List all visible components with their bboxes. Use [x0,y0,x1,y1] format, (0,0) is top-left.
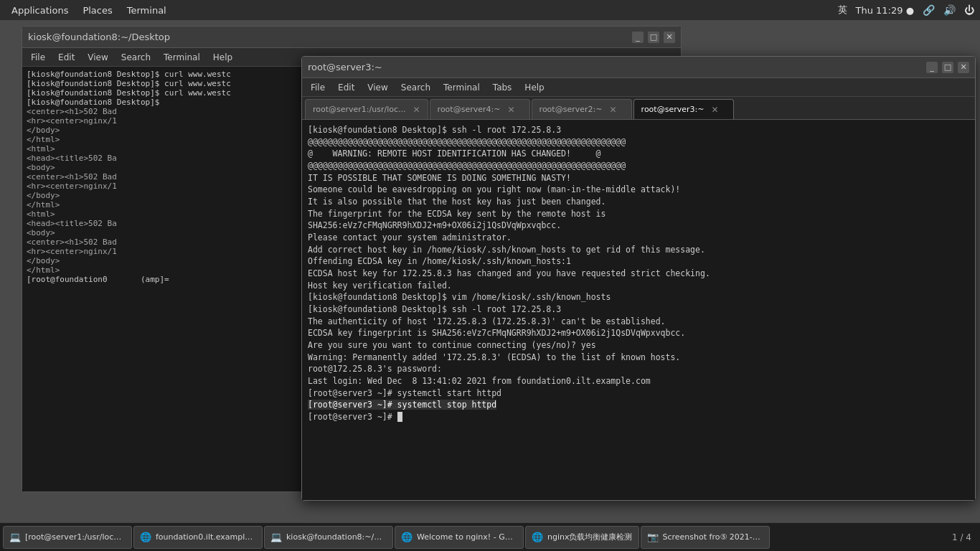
clock: Thu 11:29 ● [856,5,915,16]
taskbar-welcome[interactable]: 🌐 Welcome to nginx! - Googl... [395,526,524,549]
kiosk-titlebar[interactable]: kiosk@foundation8:~/Desktop _ □ ✕ [22,27,681,48]
taskbar-nginx-health-label: nginx负载均衡健康检测 [547,532,633,542]
server3-tabs-bar: root@server1:/usr/loc... ✕ root@server4:… [302,97,975,120]
top-bar: Applications Places Terminal 英 Thu 11:29… [0,0,980,20]
taskbar-welcome-label: Welcome to nginx! - Googl... [417,532,517,542]
server3-close-btn[interactable]: ✕ [958,62,969,73]
top-bar-right: 英 Thu 11:29 ● 🔗 🔊 ⏻ [838,4,975,17]
taskbar-welcome-icon: 🌐 [401,532,413,543]
network-icon[interactable]: 🔗 [923,4,935,16]
taskbar-server1-label: [root@server1:/usr/local/nginx/sbin] [25,532,126,542]
kiosk-menu-view[interactable]: View [82,51,113,64]
places-menu[interactable]: Places [77,4,118,17]
tab-server4-label: root@server4:~ [438,105,501,114]
tab-server2[interactable]: root@server2:~ ✕ [532,99,632,119]
taskbar-server1[interactable]: 💻 [root@server1:/usr/local/nginx/sbin] [3,526,132,549]
taskbar-nginx-health-icon: 🌐 [532,532,543,543]
tab-server2-label: root@server2:~ [540,105,603,114]
tab-server4[interactable]: root@server4:~ ✕ [430,99,530,119]
taskbar-kiosk[interactable]: 💻 kiosk@foundation8:~/Deskt... [264,526,393,549]
tab-server3-close[interactable]: ✕ [711,105,718,115]
server3-minimize-btn[interactable]: _ [926,62,938,73]
taskbar-foundation0[interactable]: 🌐 foundation0.ilt.example.co... [133,526,263,549]
tab-server1-label: root@server1:/usr/loc... [313,105,406,114]
kiosk-maximize-btn[interactable]: □ [648,32,659,43]
server3-title: root@server3:~ [308,62,382,72]
taskbar-foundation0-icon: 🌐 [140,532,151,543]
kiosk-menu-file[interactable]: File [25,51,51,64]
server3-maximize-btn[interactable]: □ [942,62,953,73]
taskbar-nginx-health[interactable]: 🌐 nginx负载均衡健康检测 [525,526,639,549]
tab-server4-close[interactable]: ✕ [507,105,514,115]
server3-window-controls: _ □ ✕ [926,62,969,73]
volume-icon[interactable]: 🔊 [943,4,956,16]
server3-terminal-content[interactable]: [kiosk@foundation8 Desktop]$ ssh -l root… [302,120,975,500]
taskbar-server1-icon: 💻 [9,532,21,543]
server3-menu-view[interactable]: View [362,81,393,94]
taskbar-screenshot[interactable]: 📷 Screenshot fro⑤ 2021-12-... [641,526,770,549]
taskbar: 💻 [root@server1:/usr/local/nginx/sbin] 🌐… [0,522,980,551]
tab-server1[interactable]: root@server1:/usr/loc... ✕ [305,99,428,119]
server3-terminal-window: root@server3:~ _ □ ✕ File Edit View Sear… [301,56,976,501]
server3-menu-tabs[interactable]: Tabs [487,81,518,94]
app-menu: Applications Places Terminal [6,4,172,17]
kiosk-window-controls: _ □ ✕ [632,32,675,43]
server3-titlebar[interactable]: root@server3:~ _ □ ✕ [302,57,975,78]
power-icon[interactable]: ⏻ [964,4,974,16]
kiosk-menu-search[interactable]: Search [116,51,156,64]
desktop: 🗑️ Trash 🐉 连接讲师主机 kiosk@foundation8:~/De… [0,20,980,522]
kiosk-menu-help[interactable]: Help [207,51,238,64]
applications-menu[interactable]: Applications [6,4,74,17]
kiosk-minimize-btn[interactable]: _ [632,32,644,43]
server3-menu-terminal[interactable]: Terminal [438,81,486,94]
taskbar-kiosk-label: kiosk@foundation8:~/Deskt... [286,532,387,542]
taskbar-screenshot-label: Screenshot fro⑤ 2021-12-... [663,532,763,542]
taskbar-kiosk-icon: 💻 [270,532,282,543]
top-bar-left: Applications Places Terminal [6,4,172,17]
tab-server3[interactable]: root@server3:~ ✕ [633,99,734,119]
tab-server2-close[interactable]: ✕ [609,105,616,115]
kiosk-menu-terminal[interactable]: Terminal [158,51,206,64]
kiosk-title: kiosk@foundation8:~/Desktop [28,32,170,42]
terminal-menu[interactable]: Terminal [121,4,172,17]
tab-server3-label: root@server3:~ [641,105,705,114]
server3-menu-search[interactable]: Search [395,81,436,94]
kiosk-close-btn[interactable]: ✕ [664,32,675,43]
taskbar-foundation0-label: foundation0.ilt.example.co... [156,532,256,542]
server3-menu-edit[interactable]: Edit [332,81,360,94]
kiosk-menu-edit[interactable]: Edit [52,51,80,64]
taskbar-screenshot-icon: 📷 [647,532,659,543]
server3-menu-file[interactable]: File [305,81,331,94]
tab-server1-close[interactable]: ✕ [413,105,420,115]
language-indicator[interactable]: 英 [838,4,847,17]
server3-menubar: File Edit View Search Terminal Tabs Help [302,78,975,97]
taskbar-page: 1 / 4 [952,532,977,542]
server3-menu-help[interactable]: Help [519,81,550,94]
